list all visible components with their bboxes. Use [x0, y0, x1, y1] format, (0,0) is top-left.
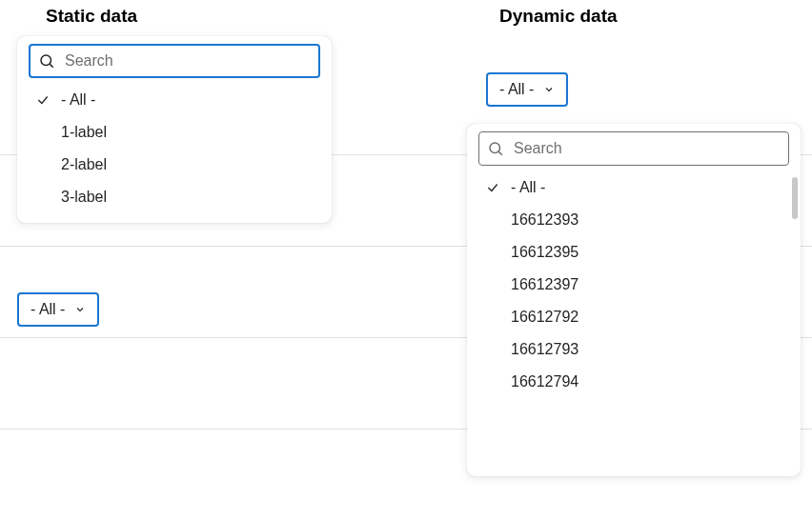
search-input[interactable]	[63, 51, 311, 70]
static-listbox-item[interactable]: 3-label	[17, 181, 332, 213]
dynamic-listbox-item[interactable]: 16612794	[467, 366, 801, 398]
list-item-label: 16612397	[511, 276, 579, 293]
dropdown-selected-label: - All -	[30, 301, 65, 318]
dynamic-listbox-item-all[interactable]: - All -	[467, 171, 801, 204]
list-item-label: 16612395	[511, 244, 579, 261]
static-search-field[interactable]	[29, 44, 320, 78]
list-item-label: 16612792	[511, 309, 579, 326]
dynamic-title: Dynamic data	[499, 6, 618, 27]
dynamic-listbox-item[interactable]: 16612792	[467, 301, 801, 333]
static-listbox-item-all[interactable]: - All -	[17, 84, 332, 116]
list-item-label: - All -	[511, 179, 545, 196]
dynamic-listbox-item[interactable]: 16612395	[467, 236, 801, 269]
static-listbox-panel: - All - 1-label 2-label 3-label	[17, 36, 332, 223]
dynamic-search-field[interactable]	[478, 131, 789, 166]
search-input[interactable]	[512, 139, 781, 158]
static-dropdown-button[interactable]: - All -	[17, 292, 99, 327]
svg-point-0	[41, 55, 51, 66]
dynamic-listbox-item[interactable]: 16612397	[467, 269, 801, 301]
static-listbox-item[interactable]: 1-label	[17, 116, 332, 149]
search-icon	[38, 52, 55, 70]
dynamic-listbox-panel: - All - 16612393 16612395 16612397 16612…	[467, 124, 801, 476]
list-item-label: 16612793	[511, 341, 579, 358]
svg-line-1	[50, 64, 52, 67]
list-item-label: 16612794	[511, 373, 579, 390]
static-title: Static data	[46, 6, 137, 27]
list-item-label: 3-label	[61, 189, 107, 206]
scrollbar-thumb[interactable]	[792, 177, 798, 219]
chevron-down-icon	[543, 84, 555, 95]
dynamic-listbox-item[interactable]: 16612393	[467, 204, 801, 236]
list-item-label: 2-label	[61, 156, 107, 173]
list-item-label: 1-label	[61, 124, 107, 141]
list-item-label: 16612393	[511, 211, 579, 229]
chevron-down-icon	[74, 304, 86, 315]
dynamic-listbox-item[interactable]: 16612793	[467, 333, 801, 366]
list-item-label: - All -	[61, 91, 95, 109]
check-icon	[484, 181, 501, 194]
svg-line-3	[498, 151, 501, 154]
static-listbox-item[interactable]: 2-label	[17, 149, 332, 181]
search-icon	[487, 140, 504, 157]
dynamic-dropdown-button[interactable]: - All -	[486, 72, 568, 107]
svg-point-2	[490, 143, 500, 153]
check-icon	[34, 93, 51, 107]
dropdown-selected-label: - All -	[499, 81, 534, 98]
